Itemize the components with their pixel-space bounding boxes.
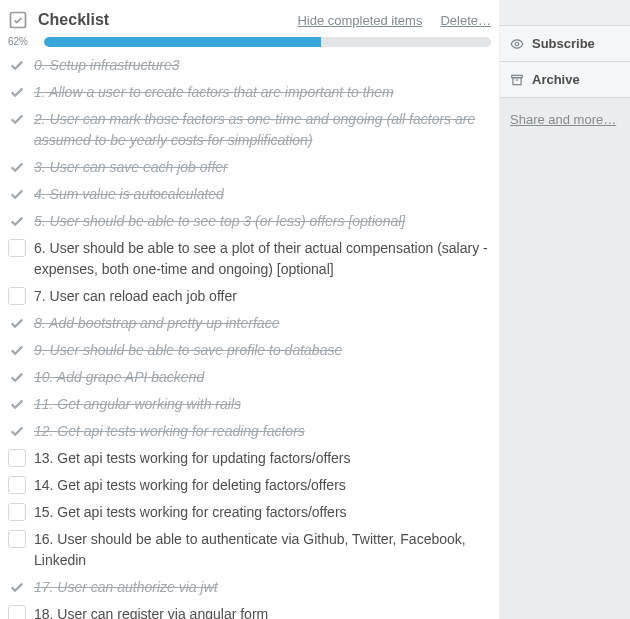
checkbox-checked-icon[interactable] <box>8 314 26 332</box>
archive-label: Archive <box>532 72 580 87</box>
subscribe-button[interactable]: Subscribe <box>500 26 630 62</box>
checkbox-checked-icon[interactable] <box>8 185 26 203</box>
checklist-item: 1. Allow a user to create factors that a… <box>8 78 491 105</box>
checkbox-unchecked[interactable] <box>8 449 26 467</box>
delete-checklist-link[interactable]: Delete… <box>440 13 491 28</box>
checklist-icon <box>8 10 28 30</box>
checklist-item: 2. User can mark those factors as one-ti… <box>8 105 491 153</box>
checklist-item-text[interactable]: 13. Get api tests working for updating f… <box>34 446 491 469</box>
progress-fill <box>44 37 321 47</box>
checklist-item-text[interactable]: 7. User can reload each job offer <box>34 284 491 307</box>
checklist-item: 14. Get api tests working for deleting f… <box>8 471 491 498</box>
checkbox-checked-icon[interactable] <box>8 422 26 440</box>
progress-percent: 62% <box>8 36 36 47</box>
checklist-item: 10. Add grape API backend <box>8 363 491 390</box>
checklist-item: 16. User should be able to authenticate … <box>8 525 491 573</box>
checklist-item-text[interactable]: 10. Add grape API backend <box>34 365 491 388</box>
eye-icon <box>510 37 524 51</box>
svg-point-1 <box>515 42 519 46</box>
progress-row: 62% <box>8 36 491 47</box>
checkbox-unchecked[interactable] <box>8 239 26 257</box>
checklist-item-text[interactable]: 9. User should be able to save profile t… <box>34 338 491 361</box>
checkbox-checked-icon[interactable] <box>8 578 26 596</box>
checkbox-checked-icon[interactable] <box>8 212 26 230</box>
checkbox-unchecked[interactable] <box>8 476 26 494</box>
hide-completed-link[interactable]: Hide completed items <box>297 13 422 28</box>
checklist-item: 13. Get api tests working for updating f… <box>8 444 491 471</box>
checkbox-checked-icon[interactable] <box>8 395 26 413</box>
checkbox-checked-icon[interactable] <box>8 56 26 74</box>
checklist-item: 17. User can authorize via jwt <box>8 573 491 600</box>
subscribe-label: Subscribe <box>532 36 595 51</box>
checklist-item-text[interactable]: 11. Get angular working with rails <box>34 392 491 415</box>
checklist-item-text[interactable]: 14. Get api tests working for deleting f… <box>34 473 491 496</box>
checklist-panel: Checklist Hide completed items Delete… 6… <box>0 0 500 619</box>
checklist-item-text[interactable]: 0. Setup infrastructure3 <box>34 53 491 76</box>
checkbox-checked-icon[interactable] <box>8 341 26 359</box>
checklist-item: 11. Get angular working with rails <box>8 390 491 417</box>
checkbox-unchecked[interactable] <box>8 503 26 521</box>
checkbox-unchecked[interactable] <box>8 530 26 548</box>
sidebar: Subscribe Archive Share and more… <box>500 0 630 619</box>
share-more-link[interactable]: Share and more… <box>500 98 630 135</box>
checklist-item: 0. Setup infrastructure3 <box>8 51 491 78</box>
archive-icon <box>510 73 524 87</box>
svg-rect-3 <box>513 77 521 84</box>
checklist-item: 18. User can register via angular form <box>8 600 491 619</box>
checklist-item-text[interactable]: 6. User should be able to see a plot of … <box>34 236 491 280</box>
checklist-item-text[interactable]: 5. User should be able to see top 3 (or … <box>34 209 491 232</box>
checklist-item-text[interactable]: 4. Sum value is autocalculated <box>34 182 491 205</box>
svg-rect-0 <box>11 13 26 28</box>
checkbox-unchecked[interactable] <box>8 605 26 619</box>
checklist-item: 3. User can save each job offer <box>8 153 491 180</box>
checklist-item: 4. Sum value is autocalculated <box>8 180 491 207</box>
checklist-item-text[interactable]: 8. Add bootstrap and pretty up interface <box>34 311 491 334</box>
checklist-item-text[interactable]: 17. User can authorize via jwt <box>34 575 491 598</box>
checklist-item-text[interactable]: 16. User should be able to authenticate … <box>34 527 491 571</box>
checklist-item-text[interactable]: 15. Get api tests working for creating f… <box>34 500 491 523</box>
checklist-item: 7. User can reload each job offer <box>8 282 491 309</box>
checkbox-checked-icon[interactable] <box>8 110 26 128</box>
checklist-item-text[interactable]: 1. Allow a user to create factors that a… <box>34 80 491 103</box>
checklist-item: 15. Get api tests working for creating f… <box>8 498 491 525</box>
checklist-item-text[interactable]: 3. User can save each job offer <box>34 155 491 178</box>
checklist-item: 8. Add bootstrap and pretty up interface <box>8 309 491 336</box>
checklist-title: Checklist <box>38 11 109 29</box>
progress-bar <box>44 37 491 47</box>
sidebar-spacer <box>500 0 630 26</box>
checklist-item: 6. User should be able to see a plot of … <box>8 234 491 282</box>
checkbox-checked-icon[interactable] <box>8 83 26 101</box>
checklist-items: 0. Setup infrastructure31. Allow a user … <box>8 51 491 619</box>
checklist-header: Checklist Hide completed items Delete… <box>8 6 491 36</box>
archive-button[interactable]: Archive <box>500 62 630 98</box>
checklist-item-text[interactable]: 18. User can register via angular form <box>34 602 491 619</box>
checklist-item: 12. Get api tests working for reading fa… <box>8 417 491 444</box>
checkbox-checked-icon[interactable] <box>8 368 26 386</box>
checkbox-checked-icon[interactable] <box>8 158 26 176</box>
checkbox-unchecked[interactable] <box>8 287 26 305</box>
checklist-item-text[interactable]: 2. User can mark those factors as one-ti… <box>34 107 491 151</box>
checklist-item-text[interactable]: 12. Get api tests working for reading fa… <box>34 419 491 442</box>
checklist-item: 9. User should be able to save profile t… <box>8 336 491 363</box>
checklist-item: 5. User should be able to see top 3 (or … <box>8 207 491 234</box>
